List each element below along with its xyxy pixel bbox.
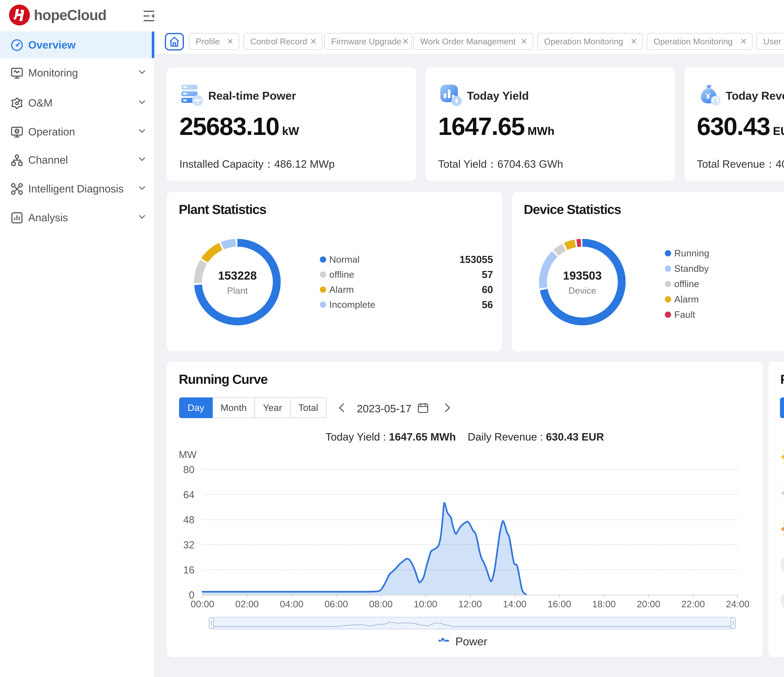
- svg-text:¥: ¥: [706, 91, 711, 101]
